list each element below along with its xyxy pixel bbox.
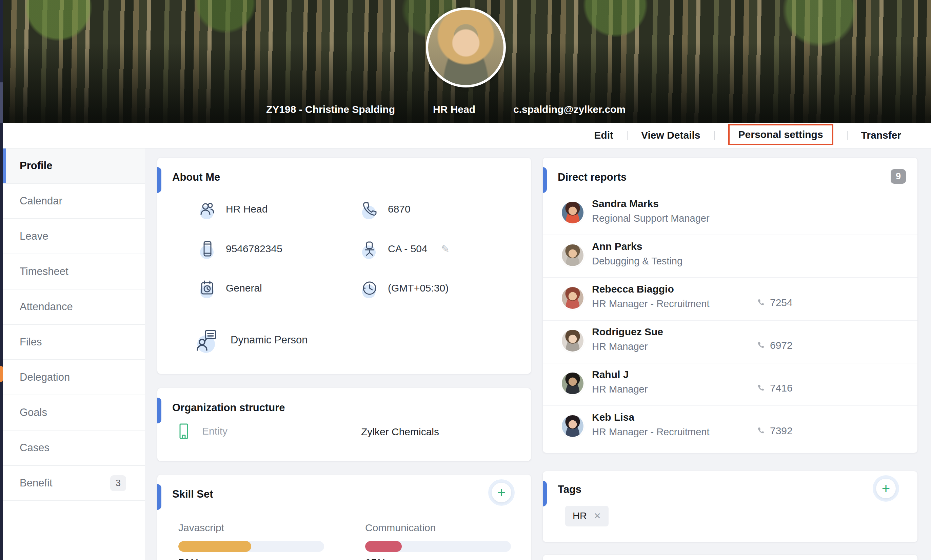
employee-email: c.spalding@zylker.com <box>513 104 626 115</box>
sidebar-item-profile[interactable]: Profile <box>3 148 145 184</box>
next-card-partial <box>543 555 917 560</box>
entity-label: Entity <box>202 425 228 437</box>
edit-button[interactable]: Edit <box>594 129 613 141</box>
profile-sidebar: Profile Calendar Leave Timesheet Attenda… <box>3 148 145 560</box>
sidebar-item-timesheet[interactable]: Timesheet <box>3 254 145 289</box>
view-details-button[interactable]: View Details <box>641 129 700 141</box>
about-field-value: General <box>226 282 262 294</box>
skill-percent: 50% <box>179 557 324 560</box>
skill-progress-fill <box>179 541 251 552</box>
mobile-icon <box>198 239 217 258</box>
report-row[interactable]: Keb Lisa HR Manager - Recruitment 7392 <box>543 405 917 448</box>
about-field-value: Dynamic Person <box>231 334 308 346</box>
report-role: Debugging & Testing <box>592 255 682 267</box>
report-name: Sandra Marks <box>592 198 659 209</box>
sidebar-item-label: Profile <box>20 160 52 172</box>
action-divider <box>714 131 715 140</box>
report-role: HR Manager - Recruitment <box>592 298 709 309</box>
about-field-shift: General <box>198 278 262 298</box>
sidebar-item-benefit[interactable]: Benefit 3 <box>3 466 145 501</box>
report-name: Ann Parks <box>592 241 642 252</box>
skill-progress-track <box>365 541 511 552</box>
card-accent <box>157 398 162 423</box>
sidebar-item-goals[interactable]: Goals <box>3 395 145 431</box>
action-divider <box>627 131 628 140</box>
phone-icon <box>756 384 765 392</box>
phone-icon <box>756 426 765 435</box>
sidebar-item-files[interactable]: Files <box>3 325 145 360</box>
entity-value: Zylker Chemicals <box>361 426 439 438</box>
employee-role: HR Head <box>433 104 476 115</box>
report-extension: 7254 <box>756 297 793 308</box>
remove-tag-icon[interactable]: ✕ <box>594 511 601 522</box>
report-avatar <box>562 372 583 394</box>
skill-item: Communication 25% <box>365 522 511 560</box>
report-avatar <box>562 330 583 352</box>
add-skill-button[interactable]: + <box>492 483 511 502</box>
report-role: HR Manager <box>592 384 648 395</box>
personal-settings-button[interactable]: Personal settings <box>739 129 823 140</box>
report-name: Rahul J <box>592 369 629 380</box>
extension-number: 6972 <box>770 340 793 351</box>
report-avatar <box>562 245 583 266</box>
direct-reports-title: Direct reports <box>558 171 626 183</box>
sidebar-item-label: Attendance <box>20 301 73 313</box>
skill-progress-fill <box>365 541 402 552</box>
report-row[interactable]: Ann Parks Debugging & Testing <box>543 234 917 277</box>
direct-reports-count-badge: 9 <box>891 169 906 184</box>
app-rail-orange-indicator <box>0 366 3 382</box>
card-accent <box>157 484 162 510</box>
skill-name: Javascript <box>179 522 324 534</box>
skill-progress-track <box>179 541 324 552</box>
report-row[interactable]: Sandra Marks Regional Support Manager <box>543 191 917 234</box>
about-field-value: (GMT+05:30) <box>388 282 449 294</box>
organization-structure-title: Organization structure <box>172 402 285 414</box>
profile-action-bar: Edit View Details Personal settings Tran… <box>3 123 931 148</box>
extension-number: 7416 <box>770 382 793 394</box>
report-extension: 6972 <box>756 340 793 351</box>
report-row[interactable]: Rahul J HR Manager 7416 <box>543 362 917 405</box>
benefit-count-badge: 3 <box>110 475 126 491</box>
about-field-dynamic-person: Dynamic Person <box>195 327 308 353</box>
sidebar-item-cases[interactable]: Cases <box>3 431 145 466</box>
transfer-button[interactable]: Transfer <box>861 129 901 141</box>
seating-icon <box>360 239 379 258</box>
about-field-seating: CA - 504 ✎ <box>360 239 449 258</box>
about-field-value: 6870 <box>388 203 411 215</box>
extension-number: 7392 <box>770 425 793 437</box>
report-avatar <box>562 202 583 223</box>
about-field-value: HR Head <box>226 203 268 215</box>
profile-photo[interactable] <box>426 8 506 88</box>
sidebar-item-leave[interactable]: Leave <box>3 219 145 254</box>
add-tag-button[interactable]: + <box>876 478 896 498</box>
entity-row: Entity <box>176 422 228 441</box>
about-field-timezone: (GMT+05:30) <box>360 278 449 298</box>
sidebar-item-label: Calendar <box>20 195 62 207</box>
dynamic-person-icon <box>195 327 220 353</box>
sidebar-item-label: Timesheet <box>20 265 68 278</box>
app-left-rail <box>0 0 3 560</box>
about-me-title: About Me <box>172 171 220 183</box>
sidebar-item-label: Leave <box>20 230 48 242</box>
sidebar-item-calendar[interactable]: Calendar <box>3 184 145 219</box>
edit-seating-icon[interactable]: ✎ <box>441 243 449 255</box>
sidebar-item-label: Benefit <box>20 477 52 489</box>
active-indicator <box>3 148 6 183</box>
about-field-value: 9546782345 <box>226 243 282 255</box>
shift-icon <box>198 278 217 298</box>
skill-percent: 25% <box>365 557 511 560</box>
tags-card: Tags + HR ✕ <box>543 471 917 542</box>
employee-id-name: ZY198 - Christine Spalding <box>266 104 395 115</box>
phone-icon <box>756 341 765 350</box>
report-row[interactable]: Rodriguez Sue HR Manager 6972 <box>543 319 917 362</box>
report-name: Keb Lisa <box>592 412 634 423</box>
action-divider <box>847 131 848 140</box>
sidebar-item-delegation[interactable]: Delegation <box>3 360 145 395</box>
direct-reports-card: Direct reports 9 Sandra Marks Regional S… <box>543 158 917 453</box>
about-field-role: HR Head <box>198 200 268 218</box>
plus-icon: + <box>882 482 890 495</box>
sidebar-item-label: Goals <box>20 406 47 418</box>
report-row[interactable]: Rebecca Biaggio HR Manager - Recruitment… <box>543 277 917 319</box>
skill-item: Javascript 50% <box>179 522 324 560</box>
sidebar-item-attendance[interactable]: Attendance <box>3 289 145 325</box>
